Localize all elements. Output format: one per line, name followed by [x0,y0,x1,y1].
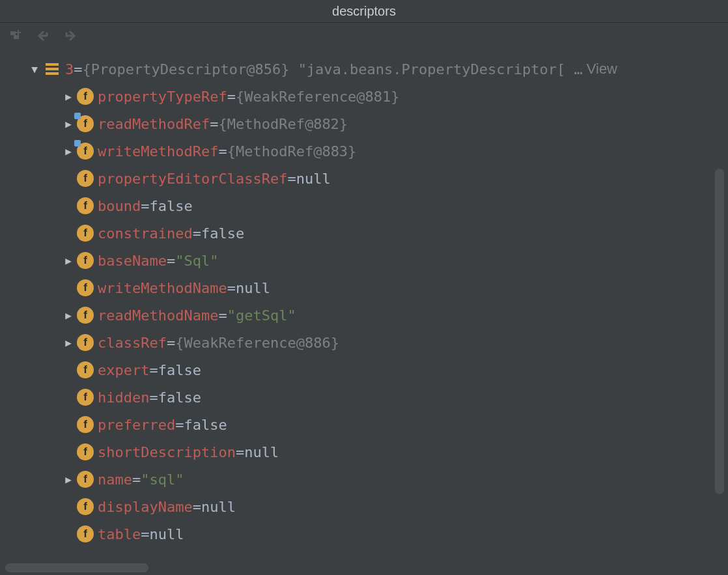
field-icon: f [77,115,94,132]
tree-row[interactable]: ▶ freadMethodName = "getSql" [5,302,728,329]
expand-arrow-right-icon[interactable]: ▶ [63,145,74,158]
svg-rect-5 [46,68,59,70]
tree-row[interactable]: ▶ fdisplayName = null [5,493,728,520]
expand-arrow-right-icon[interactable]: ▶ [63,118,74,130]
equals-sign: = [227,280,236,296]
new-watch-icon[interactable] [9,29,23,46]
equals-sign: = [227,89,236,105]
field-icon: f [77,498,94,515]
field-icon: f [77,252,94,269]
equals-sign: = [167,335,175,351]
equals-sign: = [74,61,82,77]
field-icon: f [77,225,94,242]
tree-row[interactable]: ▶ freadMethodRef = {MethodRef@882} [5,110,728,137]
expand-arrow-right-icon[interactable]: ▶ [63,309,74,322]
variable-name: name [98,471,132,488]
variable-name: displayName [98,499,193,515]
svg-rect-6 [46,72,59,75]
variable-name: writeMethodRef [98,143,218,160]
field-icon: f [77,443,94,460]
variable-value: "Sql" [175,253,218,269]
tree-row[interactable]: ▶ fhidden = false [5,384,728,411]
variable-name: propertyTypeRef [98,89,227,105]
tree-row[interactable]: ▶ fbound = false [5,192,728,219]
equals-sign: = [149,362,158,378]
window-title: descriptors [0,0,728,23]
tree-row[interactable]: ▶ fpropertyEditorClassRef = null [5,165,728,192]
equals-sign: = [218,307,227,324]
expand-arrow-down-icon[interactable]: ▼ [29,63,40,76]
variable-value: {MethodRef@883} [227,143,357,160]
variable-name: classRef [98,335,167,351]
svg-rect-1 [14,35,19,39]
back-arrow-icon[interactable] [35,28,51,47]
toolbar [0,23,728,51]
expand-arrow-right-icon[interactable]: ▶ [63,337,74,349]
variable-value: "getSql" [227,307,296,324]
equals-sign: = [149,389,158,406]
tree-row[interactable]: ▶ fconstrained = false [5,219,728,247]
debugger-window: descriptors ▼ 3 = {PropertyDescriptor@85… [0,0,728,575]
svg-rect-0 [10,31,16,35]
field-icon: f [77,389,94,406]
equals-sign: = [193,499,201,515]
variable-value: null [296,171,331,187]
field-icon: f [77,334,94,351]
field-icon: f [77,416,94,433]
variable-value: null [244,444,279,460]
svg-rect-4 [46,63,59,66]
variable-name: propertyEditorClassRef [98,171,287,187]
variable-value: {WeakReference@886} [175,335,339,351]
equals-sign: = [236,444,244,460]
variable-value: false [158,389,201,406]
tree-row[interactable]: ▶ fpropertyTypeRef = {WeakReference@881} [5,83,728,110]
equals-sign: = [141,198,149,214]
view-link[interactable]: View [587,61,617,77]
variable-value: {WeakReference@881} [236,89,400,105]
equals-sign: = [175,417,184,433]
horizontal-scrollbar[interactable] [5,563,148,572]
variables-panel: ▼ 3 = {PropertyDescriptor@856} "java.bea… [0,51,728,575]
tree-row[interactable]: ▶ fname = "sql" [5,466,728,493]
expand-arrow-right-icon[interactable]: ▶ [63,255,74,267]
equals-sign: = [167,253,175,269]
tree-row[interactable]: ▶ fbaseName = "Sql" [5,247,728,274]
equals-sign: = [287,171,296,187]
variable-name: hidden [98,389,149,406]
tree-row[interactable]: ▶ fwriteMethodRef = {MethodRef@883} [5,137,728,165]
variable-name: constrained [98,225,193,242]
field-icon: f [77,88,94,105]
tree-row[interactable]: ▶ fshortDescription = null [5,438,728,466]
field-icon: f [77,170,94,187]
variable-value: null [236,280,270,296]
variable-value: "sql" [141,471,184,488]
variable-value: false [184,417,227,433]
equals-sign: = [141,526,149,542]
variable-name: baseName [98,253,167,269]
equals-sign: = [132,471,141,488]
tree-row[interactable]: ▶ fclassRef = {WeakReference@886} [5,329,728,356]
tree-row[interactable]: ▶ fwriteMethodName = null [5,274,728,302]
forward-arrow-icon[interactable] [63,28,78,47]
expand-arrow-right-icon[interactable]: ▶ [63,473,74,486]
variable-name: readMethodName [98,307,218,324]
field-icon: f [77,361,94,378]
field-icon: f [77,279,94,296]
svg-rect-3 [16,32,21,33]
variable-value: {MethodRef@882} [218,116,348,132]
variable-name: readMethodRef [98,116,210,132]
variable-value: false [149,198,192,214]
array-element-icon [43,60,61,78]
variable-value: false [158,362,201,378]
field-icon: f [77,526,94,542]
vertical-scrollbar[interactable] [715,169,724,494]
tree-root-row[interactable]: ▼ 3 = {PropertyDescriptor@856} "java.bea… [5,55,728,83]
tree-row[interactable]: ▶ ftable = null [5,520,728,548]
variable-value: null [201,499,236,515]
variable-value: false [201,225,244,242]
tree-row[interactable]: ▶ fpreferred = false [5,411,728,438]
expand-arrow-right-icon[interactable]: ▶ [63,91,74,103]
field-icon: f [77,143,94,160]
tree-row[interactable]: ▶ fexpert = false [5,356,728,384]
equals-sign: = [193,225,201,242]
